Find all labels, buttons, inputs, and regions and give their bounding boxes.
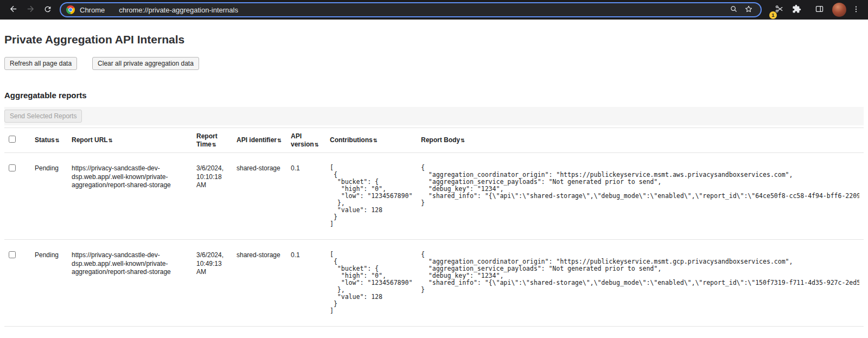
status-cell: Pending	[30, 240, 67, 327]
sort-icon: ⇅	[373, 138, 378, 143]
select-all-cell	[4, 128, 30, 153]
pinned-extension-button[interactable]: 1	[771, 2, 787, 17]
header-report-body[interactable]: Report Body⇅	[417, 128, 864, 153]
header-api-version[interactable]: API version⇅	[286, 128, 326, 153]
header-report-time[interactable]: Report Time⇅	[192, 128, 232, 153]
report-body-json: { "aggregation_coordinator_origin": "htt…	[421, 164, 859, 207]
api-identifier-cell: shared-storage	[232, 153, 286, 240]
url-text: chrome://private-aggregation-internals	[119, 6, 727, 14]
api-identifier-cell: shared-storage	[232, 240, 286, 327]
browser-topbar: Chrome chrome://private-aggregation-inte…	[0, 0, 868, 20]
toolbar-right: 1	[769, 2, 864, 17]
sort-icon: ⇅	[277, 138, 282, 143]
row-checkbox[interactable]	[9, 251, 16, 258]
extension-count-badge: 1	[769, 11, 777, 19]
header-contributions[interactable]: Contributions⇅	[326, 128, 417, 153]
back-arrow-icon	[9, 4, 18, 15]
zoom-button[interactable]	[727, 3, 740, 16]
side-panel-button[interactable]	[812, 2, 827, 17]
menu-dots-icon	[852, 5, 860, 15]
refresh-all-button[interactable]: Refresh all page data	[4, 57, 77, 70]
select-all-checkbox[interactable]	[9, 136, 16, 143]
profile-avatar[interactable]	[832, 3, 846, 17]
refresh-icon	[43, 5, 52, 15]
report-body-cell: { "aggregation_coordinator_origin": "htt…	[417, 240, 864, 327]
forward-button[interactable]	[22, 1, 39, 18]
forward-arrow-icon	[26, 4, 35, 15]
row-select-cell	[4, 153, 30, 240]
header-api-identifier[interactable]: API identifier⇅	[232, 128, 286, 153]
sort-icon: ⇅	[55, 138, 60, 143]
extensions-button[interactable]	[789, 2, 804, 17]
page-title: Private Aggregation API Internals	[4, 33, 864, 46]
status-cell: Pending	[30, 153, 67, 240]
report-body-json: { "aggregation_coordinator_origin": "htt…	[421, 251, 859, 294]
report-time-cell: 3/6/2024, 10:49:13 AM	[192, 240, 232, 327]
side-panel-icon	[815, 4, 824, 15]
sort-icon: ⇅	[461, 138, 465, 143]
table-header-row: Status⇅ Report URL⇅ Report Time⇅ API ide…	[4, 128, 864, 153]
table-row: Pending https://privacy-sandcastle-dev-d…	[4, 153, 864, 240]
reports-toolbar: Send Selected Reports	[4, 107, 864, 125]
report-body-cell: { "aggregation_coordinator_origin": "htt…	[417, 153, 864, 240]
page-content: Private Aggregation API Internals Refres…	[0, 33, 868, 327]
sort-icon: ⇅	[108, 138, 113, 143]
browser-menu-button[interactable]	[848, 2, 864, 17]
contributions-json: [ { "bucket": { "high": "0", "low": "123…	[330, 164, 412, 228]
site-label: Chrome	[80, 6, 105, 14]
chrome-logo-icon	[66, 5, 75, 14]
contributions-cell: [ { "bucket": { "high": "0", "low": "123…	[326, 240, 417, 327]
address-bar[interactable]: Chrome chrome://private-aggregation-inte…	[60, 2, 762, 17]
sort-icon: ⇅	[212, 142, 216, 148]
report-time-cell: 3/6/2024, 10:10:18 AM	[192, 153, 232, 240]
contributions-json: [ { "bucket": { "high": "0", "low": "123…	[330, 251, 412, 315]
bookmark-star-icon	[744, 5, 753, 15]
table-row: Pending https://privacy-sandcastle-dev-d…	[4, 240, 864, 327]
report-url-cell: https://privacy-sandcastle-dev-dsp.web.a…	[67, 240, 192, 327]
contributions-cell: [ { "bucket": { "high": "0", "low": "123…	[326, 153, 417, 240]
api-version-cell: 0.1	[286, 240, 326, 327]
api-version-cell: 0.1	[286, 153, 326, 240]
back-button[interactable]	[4, 1, 22, 18]
report-url-cell: https://privacy-sandcastle-dev-dsp.web.a…	[67, 153, 192, 240]
extensions-puzzle-icon	[792, 4, 801, 15]
refresh-button[interactable]	[39, 1, 56, 18]
header-report-url[interactable]: Report URL⇅	[67, 128, 192, 153]
send-selected-reports-button[interactable]: Send Selected Reports	[4, 110, 82, 123]
section-title: Aggregatable reports	[4, 91, 864, 100]
reports-table: Status⇅ Report URL⇅ Report Time⇅ API ide…	[4, 127, 864, 327]
zoom-magnifier-icon	[730, 5, 738, 15]
clear-all-button[interactable]: Clear all private aggregation data	[92, 57, 199, 70]
bookmark-button[interactable]	[742, 3, 755, 16]
header-status[interactable]: Status⇅	[30, 128, 67, 153]
page-actions: Refresh all page data Clear all private …	[4, 57, 864, 70]
sort-icon: ⇅	[315, 142, 319, 148]
row-checkbox[interactable]	[9, 164, 16, 171]
row-select-cell	[4, 240, 30, 327]
